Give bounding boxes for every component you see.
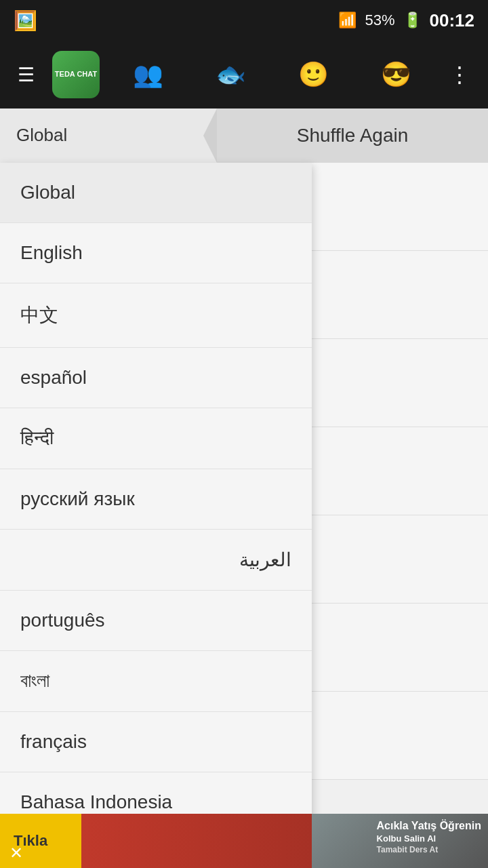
wifi-icon: 📶 xyxy=(338,12,357,29)
smile-icon[interactable]: 🙂 xyxy=(291,54,336,96)
ad-bar: Tıkla Acıkla Yatış Öğrenin Kolbu Salin A… xyxy=(0,814,488,868)
logo-text: TEDA CHAT xyxy=(55,70,97,79)
cool-icon[interactable]: 😎 xyxy=(374,54,418,96)
global-selector-label: Global xyxy=(16,125,67,146)
dropdown-item-french[interactable]: français xyxy=(0,712,312,772)
dropdown-item-chinese[interactable]: 中文 xyxy=(0,283,312,348)
app-logo[interactable]: TEDA CHAT xyxy=(52,51,100,98)
dropdown-item-spanish[interactable]: español xyxy=(0,348,312,408)
shuffle-again-button[interactable]: Shuffle Again xyxy=(217,108,488,163)
language-dropdown: Global English 中文 español हिन्दी русский… xyxy=(0,163,312,814)
dropdown-arrow-icon xyxy=(203,108,217,163)
dropdown-item-indonesian[interactable]: Bahasa Indonesia xyxy=(0,772,312,814)
people-icon[interactable]: 👥 xyxy=(126,54,170,96)
dropdown-item-russian[interactable]: русский язык xyxy=(0,469,312,530)
battery-text: 53% xyxy=(365,12,394,29)
dropdown-item-global[interactable]: Global xyxy=(0,163,312,223)
nav-bar: ☰ TEDA CHAT 👥 🐟 🙂 😎 ⋮ xyxy=(0,41,488,108)
dropdown-item-portuguese[interactable]: português xyxy=(0,591,312,651)
ad-image: Acıkla Yatış Öğrenin Kolbu Salin Al Tama… xyxy=(81,814,488,868)
dropdown-item-english[interactable]: English xyxy=(0,223,312,283)
status-left-icon: 🖼️ xyxy=(14,9,37,32)
header-row: Global Shuffle Again xyxy=(0,108,488,163)
dropdown-item-hindi[interactable]: हिन्दी xyxy=(0,408,312,469)
ad-close-button[interactable]: ✕ xyxy=(0,838,33,868)
menu-icon[interactable]: ☰ xyxy=(7,57,45,93)
global-selector[interactable]: Global xyxy=(0,108,217,163)
dropdown-item-arabic[interactable]: العربية xyxy=(0,530,312,591)
nav-icons: 👥 🐟 🙂 😎 xyxy=(106,54,438,96)
dropdown-item-bengali[interactable]: বাংলা xyxy=(0,651,312,712)
ad-text: Acıkla Yatış Öğrenin Kolbu Salin Al Tama… xyxy=(377,819,481,855)
fish-icon[interactable]: 🐟 xyxy=(209,54,253,96)
main-content: Global Shuffle Again TEDACHAT W... TEDAC… xyxy=(0,108,488,814)
more-icon[interactable]: ⋮ xyxy=(438,55,481,94)
battery-icon: 🔋 xyxy=(403,12,422,29)
time-text: 00:12 xyxy=(430,10,475,31)
status-bar: 🖼️ 📶 53% 🔋 00:12 xyxy=(0,0,488,41)
